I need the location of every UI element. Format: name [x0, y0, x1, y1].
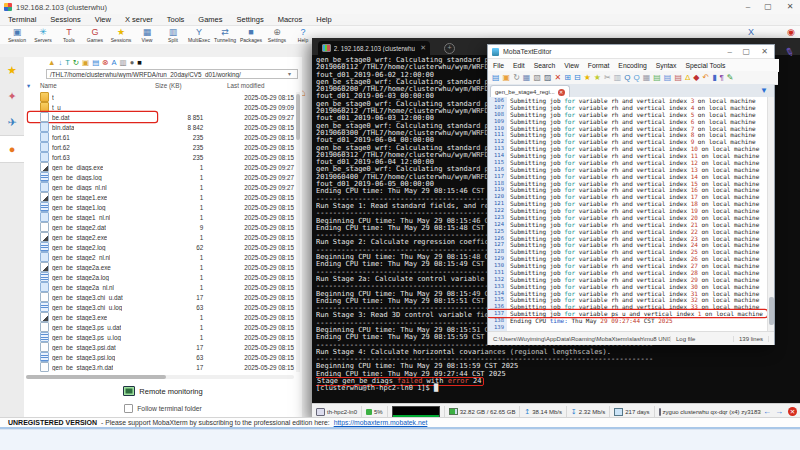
servers-button[interactable]: ✳ Servers [30, 26, 56, 45]
history-icon[interactable]: ↻ [513, 73, 520, 82]
file-row[interactable]: gen_be_stage3.psi.dat 17 2025-05-29 08:1… [24, 342, 294, 352]
file-row[interactable]: gen_be_stage2a.log 1 2025-05-29 08:15 [24, 272, 294, 282]
indent-right-icon[interactable]: ⊟ [574, 73, 581, 82]
editor-menu-item[interactable]: Special Tools [685, 62, 725, 69]
close-button[interactable]: ✕ [784, 2, 796, 12]
save-icon[interactable]: ▦ [523, 73, 531, 82]
file-row[interactable]: gen_be_stage3.chi_u.dat 17 2025-05-29 08… [24, 292, 294, 302]
menu-item[interactable]: Help [316, 15, 331, 24]
file-row[interactable]: t_u 2025-05-29 09:09 [24, 102, 294, 112]
file-row[interactable]: gen_be_stage3.rh.dat 17 2025-05-29 08:15 [24, 362, 294, 372]
file-row[interactable]: fort.61 235 2025-05-29 08:15 [24, 132, 294, 142]
file-row[interactable]: gen_be_stage1.exe 1 2025-05-29 08:15 [24, 192, 294, 202]
menu-item[interactable]: Tools [167, 15, 185, 24]
replace-icon[interactable]: Q [633, 73, 639, 82]
menu-item[interactable]: X server [125, 15, 153, 24]
editor-close-button[interactable]: ✕ [761, 47, 768, 56]
settings-button[interactable]: ⊕ Settings [264, 26, 290, 45]
view-button[interactable]: ▦ View [134, 26, 160, 45]
editor-menu-item[interactable]: Edit [513, 62, 525, 69]
scroll-right-icon[interactable]: → [773, 407, 785, 416]
print-icon[interactable]: ▨ [544, 73, 552, 82]
edit-mode-icon[interactable]: ✎ [727, 73, 734, 82]
editor-menu-item[interactable]: File [493, 62, 504, 69]
file-row[interactable]: gen_be_stage2a.exe 1 2025-05-29 08:15 [24, 262, 294, 272]
new-file-icon[interactable]: ▤ [92, 58, 99, 67]
file-row[interactable]: gen_be_stage3.exe 1 2025-05-29 08:15 [24, 312, 294, 322]
file-row[interactable]: gen_be_stage3.chi_u.log 63 2025-05-29 08… [24, 302, 294, 312]
menu-item[interactable]: Terminal [8, 15, 36, 24]
editor-menu-item[interactable]: Search [534, 62, 556, 69]
file-row[interactable]: bin.data 8 842 2025-05-29 08:15 [24, 122, 294, 132]
rename-icon[interactable]: A [112, 58, 117, 67]
file-row[interactable]: gen_be_stage3.ps_u.dat 1 2025-05-29 08:1… [24, 322, 294, 332]
copy-red-icon[interactable]: ▤ [674, 73, 682, 82]
vertical-scrollbar[interactable] [296, 92, 300, 372]
filter-icon[interactable]: T [65, 58, 70, 67]
path-dropdown-icon[interactable]: ▾ [288, 70, 291, 77]
column-modified[interactable]: Last modified [227, 82, 264, 89]
tools-tab[interactable]: ✦ [0, 83, 24, 109]
properties-icon[interactable]: ▥ [120, 58, 127, 67]
tunneling-button[interactable]: ⇄ Tunneling [212, 26, 238, 45]
editor-maximize-button[interactable]: ▢ [742, 47, 750, 56]
file-row[interactable]: gen_be_stage1.log 1 2025-05-29 08:15 [24, 202, 294, 212]
new-folder-icon[interactable]: ▣ [82, 58, 89, 67]
maximize-button[interactable]: ▢ [762, 2, 774, 12]
select-all-icon[interactable]: ▦ [643, 73, 651, 82]
file-row[interactable]: gen_be_stage1_nl.nl 1 2025-05-29 08:15 [24, 212, 294, 222]
scroll-down-icon[interactable]: ▼ [760, 86, 768, 95]
bookmark2-icon[interactable]: ★ [594, 73, 601, 82]
menu-item[interactable]: Sessions [50, 15, 80, 24]
copy-green-icon[interactable]: ▤ [653, 73, 661, 82]
terminal-tab-close-icon[interactable]: ✕ [420, 44, 426, 52]
open-folder-icon[interactable]: ▣ [503, 73, 511, 82]
sftp-path-input[interactable]: /THL7/home/clusterwhu/wym/WRFDA/run_20da… [46, 69, 298, 79]
column-name[interactable]: Name [40, 82, 57, 89]
file-row[interactable]: gen_be_stage2.exe 1 2025-05-29 08:15 [24, 232, 294, 242]
menu-item[interactable]: Games [198, 15, 222, 24]
bookmark-icon[interactable]: ★ [584, 73, 591, 82]
sessions-star-tab[interactable]: ★ [0, 57, 24, 83]
file-row[interactable]: gen_be_diags.exe 1 2025-05-29 09:27 [24, 162, 294, 172]
sort-arrow-icon[interactable]: ▾ [27, 82, 30, 89]
menu-item[interactable]: Macros [278, 15, 303, 24]
vscroll-thumb[interactable] [296, 94, 300, 140]
follow-folder-checkbox[interactable] [124, 404, 133, 413]
theme-icon[interactable]: ◆ [693, 73, 699, 82]
file-row[interactable]: gen_be_stage3.ps_u.log 1 2025-05-29 08:1… [24, 332, 294, 342]
refresh-icon[interactable]: ↻ [73, 58, 79, 67]
column-mode-icon[interactable]: ▮ [712, 73, 716, 82]
parent-dir-icon[interactable]: ▲ [48, 58, 55, 67]
syntax-icon[interactable]: Δ [685, 73, 690, 82]
editor-scroll-thumb[interactable] [769, 297, 774, 325]
multiexec-button[interactable]: Y MultiExec [186, 26, 212, 45]
editor-content[interactable]: 106Submitting job for variable rh and ve… [488, 97, 767, 331]
indent-left-icon[interactable]: ⊞ [564, 73, 571, 82]
file-row[interactable]: gen_be_stage2.log 62 2025-05-29 08:15 [24, 242, 294, 252]
file-row[interactable]: gen_be_stage2.dat 9 2025-05-29 08:15 [24, 222, 294, 232]
editor-menu-item[interactable]: Encoding [618, 62, 646, 69]
session-button[interactable]: ▣ Session [4, 26, 30, 45]
split-button[interactable]: ▥ Split [160, 26, 186, 45]
games-button[interactable]: G Games [82, 26, 108, 45]
editor-tab-close-icon[interactable]: ✕ [558, 89, 565, 96]
file-row[interactable]: be.dat 8 851 2025-05-29 09:27 [24, 112, 294, 122]
file-row[interactable]: gen_be_diags_nl.nl 1 2025-05-29 09:27 [24, 182, 294, 192]
undo-icon[interactable]: ↶ [702, 73, 709, 82]
menu-item[interactable]: View [95, 15, 111, 24]
macros-tab[interactable]: ✈ [0, 109, 24, 135]
mobatek-link[interactable]: https://mobaxterm.mobatek.net [334, 419, 428, 426]
new-file-icon[interactable]: ▤ [492, 73, 500, 82]
file-row[interactable]: gen_be_diags.log 1 2025-05-29 09:27 [24, 172, 294, 182]
file-row[interactable]: t 2025-05-29 08:15 [24, 92, 294, 102]
terminal-tab[interactable]: 2. 192.168.2.103 (clusterwhu) ✕ [318, 41, 430, 55]
new-tab-button[interactable]: + [444, 43, 455, 54]
minimize-button[interactable]: – [742, 2, 754, 12]
packages-button[interactable]: ■ Packages [238, 26, 264, 45]
sessions-button[interactable]: ★ Sessions [108, 26, 134, 45]
print-preview-icon[interactable]: ▧ [533, 73, 541, 82]
horizontal-scrollbar[interactable] [26, 375, 294, 379]
remote-monitoring-button[interactable]: Remote monitoring [24, 385, 302, 397]
hscroll-thumb[interactable] [26, 375, 166, 379]
